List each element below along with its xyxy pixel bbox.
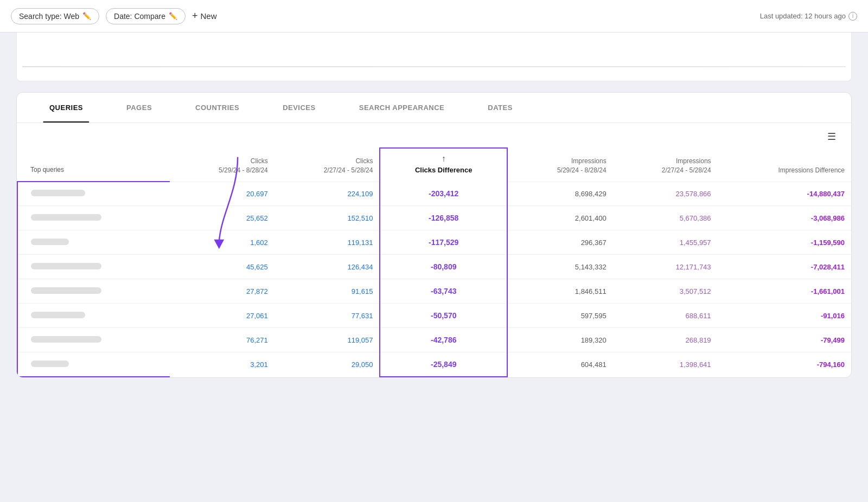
cell-clicks-old: 77,631 (275, 304, 380, 328)
cell-impressions-diff: -91,016 (718, 304, 851, 328)
cell-impressions-old: 688,611 (613, 304, 718, 328)
edit-icon-2: ✏️ (169, 12, 177, 20)
cell-clicks-diff: -203,412 (380, 182, 507, 206)
cell-clicks-old: 126,434 (275, 255, 380, 279)
cell-impressions-diff: -1,661,001 (718, 279, 851, 304)
col-header-clicks-diff: ↑ Clicks Difference (380, 148, 507, 182)
query-text-blurred (31, 263, 101, 269)
cell-impressions-new: 296,367 (507, 230, 613, 255)
table-row: 45,625126,434-80,8095,143,33212,171,743-… (17, 255, 851, 279)
cell-clicks-new: 25,652 (170, 206, 275, 230)
cell-clicks-diff: -126,858 (380, 206, 507, 230)
cell-impressions-new: 2,601,400 (507, 206, 613, 230)
cell-query (17, 328, 170, 352)
cell-query (17, 255, 170, 279)
cell-impressions-new: 597,595 (507, 304, 613, 328)
plus-icon: + (192, 10, 198, 22)
col-header-impressions-old: Impressions 2/27/24 - 5/28/24 (613, 148, 718, 182)
top-bar: Search type: Web ✏️ Date: Compare ✏️ + N… (0, 0, 868, 33)
filter-lines-icon[interactable]: ☰ (823, 128, 840, 145)
query-text-blurred (31, 312, 85, 318)
info-icon[interactable]: i (848, 12, 857, 21)
date-filter[interactable]: Date: Compare ✏️ (106, 8, 186, 24)
tab-countries[interactable]: COUNTRIES (174, 93, 261, 123)
data-table: Top queries Clicks 5/29/24 - 8/28/24 Cli… (17, 147, 851, 377)
chart-line (22, 66, 846, 67)
cell-clicks-diff: -42,786 (380, 328, 507, 352)
new-button[interactable]: + New (192, 10, 217, 22)
cell-impressions-old: 3,507,512 (613, 279, 718, 304)
cell-clicks-diff: -63,743 (380, 279, 507, 304)
table-row: 27,87291,615-63,7431,846,5113,507,512-1,… (17, 279, 851, 304)
cell-impressions-old: 268,819 (613, 328, 718, 352)
cell-impressions-old: 1,455,957 (613, 230, 718, 255)
table-row: 25,652152,510-126,8582,601,4005,670,386-… (17, 206, 851, 230)
cell-clicks-new: 27,872 (170, 279, 275, 304)
tab-pages[interactable]: PAGES (105, 93, 174, 123)
cell-clicks-new: 45,625 (170, 255, 275, 279)
cell-impressions-new: 1,846,511 (507, 279, 613, 304)
table-row: 27,06177,631-50,570597,595688,611-91,016 (17, 304, 851, 328)
cell-impressions-diff: -79,499 (718, 328, 851, 352)
col-header-impressions-diff: Impressions Difference (718, 148, 851, 182)
cell-query (17, 206, 170, 230)
table-row: 3,20129,050-25,849604,4811,398,641-794,1… (17, 352, 851, 377)
tab-devices[interactable]: DEVICES (261, 93, 337, 123)
new-label: New (200, 11, 216, 21)
table-row: 76,271119,057-42,786189,320268,819-79,49… (17, 328, 851, 352)
cell-impressions-diff: -1,159,590 (718, 230, 851, 255)
cell-clicks-old: 152,510 (275, 206, 380, 230)
cell-impressions-diff: -794,160 (718, 352, 851, 377)
date-label: Date: Compare (114, 12, 165, 21)
cell-impressions-diff: -14,880,437 (718, 182, 851, 206)
search-type-filter[interactable]: Search type: Web ✏️ (11, 8, 99, 24)
cell-clicks-diff: -25,849 (380, 352, 507, 377)
cell-query (17, 352, 170, 377)
cell-impressions-diff: -7,028,411 (718, 255, 851, 279)
cell-impressions-old: 1,398,641 (613, 352, 718, 377)
cell-clicks-old: 224,109 (275, 182, 380, 206)
cell-clicks-old: 91,615 (275, 279, 380, 304)
cell-query (17, 304, 170, 328)
cell-clicks-diff: -80,809 (380, 255, 507, 279)
query-text-blurred (31, 361, 69, 367)
chart-area (16, 33, 852, 81)
tab-queries[interactable]: QUERIES (28, 93, 105, 123)
edit-icon: ✏️ (82, 12, 91, 20)
col-header-clicks-new: Clicks 5/29/24 - 8/28/24 (170, 148, 275, 182)
query-text-blurred (31, 214, 101, 221)
filter-icon-row: ☰ (17, 123, 851, 147)
table-row: 20,697224,109-203,4128,698,42923,578,866… (17, 182, 851, 206)
query-text-blurred (31, 190, 85, 196)
cell-clicks-old: 29,050 (275, 352, 380, 377)
cell-clicks-old: 119,131 (275, 230, 380, 255)
cell-query (17, 279, 170, 304)
main-content: QUERIES PAGES COUNTRIES DEVICES SEARCH A… (16, 92, 852, 378)
table-body: 20,697224,109-203,4128,698,42923,578,866… (17, 182, 851, 377)
cell-clicks-diff: -50,570 (380, 304, 507, 328)
table-header-row: Top queries Clicks 5/29/24 - 8/28/24 Cli… (17, 148, 851, 182)
tab-dates[interactable]: DATES (466, 93, 534, 123)
cell-clicks-new: 1,602 (170, 230, 275, 255)
cell-impressions-new: 5,143,332 (507, 255, 613, 279)
query-text-blurred (31, 336, 101, 343)
cell-clicks-old: 119,057 (275, 328, 380, 352)
cell-impressions-new: 8,698,429 (507, 182, 613, 206)
cell-clicks-new: 3,201 (170, 352, 275, 377)
cell-impressions-diff: -3,068,986 (718, 206, 851, 230)
col-header-impressions-new: Impressions 5/29/24 - 8/28/24 (507, 148, 613, 182)
tab-search-appearance[interactable]: SEARCH APPEARANCE (337, 93, 467, 123)
cell-impressions-new: 604,481 (507, 352, 613, 377)
col-header-clicks-old: Clicks 2/27/24 - 5/28/24 (275, 148, 380, 182)
cell-clicks-new: 76,271 (170, 328, 275, 352)
cell-clicks-diff: -117,529 (380, 230, 507, 255)
cell-clicks-new: 20,697 (170, 182, 275, 206)
cell-query (17, 230, 170, 255)
table-row: 1,602119,131-117,529296,3671,455,957-1,1… (17, 230, 851, 255)
cell-impressions-old: 23,578,866 (613, 182, 718, 206)
cell-impressions-new: 189,320 (507, 328, 613, 352)
sort-up-arrow: ↑ (442, 153, 446, 165)
query-text-blurred (31, 239, 69, 245)
cell-impressions-old: 12,171,743 (613, 255, 718, 279)
tabs: QUERIES PAGES COUNTRIES DEVICES SEARCH A… (17, 93, 851, 123)
